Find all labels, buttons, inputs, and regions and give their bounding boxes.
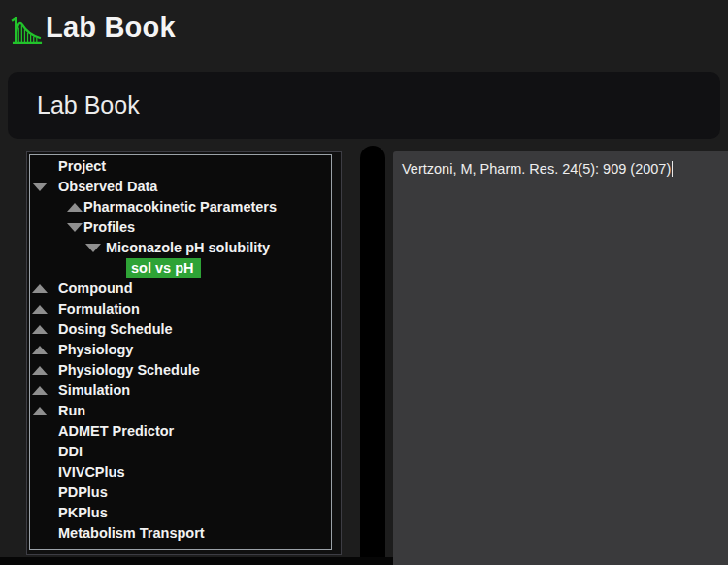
expanded-node-arrow-icon[interactable] <box>85 244 101 252</box>
tree-item-observed-data[interactable]: Observed Data <box>30 177 331 197</box>
lab-book-tree[interactable]: ProjectObserved DataPharmacokinetic Para… <box>29 154 332 550</box>
collapsed-node-arrow-icon[interactable] <box>32 284 48 293</box>
tree-item-ivivcplus[interactable]: IVIVCPlus <box>30 462 331 482</box>
tree-item-pdplus[interactable]: PDPlus <box>30 482 331 503</box>
tree-item-label: IVIVCPlus <box>58 464 125 480</box>
tree-item-label: Profiles <box>83 219 135 235</box>
tree-item-label: Simulation <box>58 382 130 398</box>
tree-item-label: Pharmacokinetic Parameters <box>83 199 277 215</box>
tree-item-project[interactable]: Project <box>30 156 331 177</box>
tree-item-label: Physiology <box>58 342 133 357</box>
tree-item-label: Miconazole pH solubility <box>106 240 270 255</box>
tree-item-physiology[interactable]: Physiology <box>30 340 331 360</box>
tree-item-label: Run <box>58 403 85 418</box>
collapsed-node-arrow-icon[interactable] <box>32 325 48 334</box>
tree-item-formulation[interactable]: Formulation <box>30 299 331 319</box>
text-caret <box>672 161 673 177</box>
lab-book-window: Lab Book Lab Book ProjectObserved DataPh… <box>0 0 728 565</box>
tree-item-run[interactable]: Run <box>30 401 331 421</box>
expanded-node-arrow-icon[interactable] <box>67 223 83 232</box>
notes-editor[interactable]: Vertzoni, M, Pharm. Res. 24(5): 909 (200… <box>393 151 728 565</box>
collapsed-node-arrow-icon[interactable] <box>67 203 83 212</box>
page-title: Lab Book <box>37 72 140 139</box>
notes-text: Vertzoni, M, Pharm. Res. 24(5): 909 (200… <box>402 161 671 177</box>
tree-item-metabolism-transport[interactable]: Metabolism Transport <box>30 523 331 544</box>
tree-item-label: Metabolism Transport <box>58 525 205 541</box>
tree-item-profiles[interactable]: Profiles <box>30 217 331 238</box>
tree-item-label: ADMET Predictor <box>58 423 174 439</box>
tree-item-label: Physiology Schedule <box>58 362 200 378</box>
tree-item-label: Formulation <box>58 301 140 316</box>
tree-item-dosing-schedule[interactable]: Dosing Schedule <box>30 319 331 340</box>
expanded-node-arrow-icon[interactable] <box>32 183 48 191</box>
pk-curve-chart-icon <box>11 15 43 47</box>
tree-item-physiology-schedule[interactable]: Physiology Schedule <box>30 360 331 381</box>
collapsed-node-arrow-icon[interactable] <box>32 305 48 314</box>
panel-splitter[interactable] <box>360 146 385 565</box>
tree-item-label: Dosing Schedule <box>58 321 173 337</box>
tree-item-label: DDI <box>58 444 83 459</box>
collapsed-node-arrow-icon[interactable] <box>32 386 48 395</box>
tree-item-label: Observed Data <box>58 179 157 194</box>
tree-item-ddi[interactable]: DDI <box>30 442 331 462</box>
tree-item-label: Compound <box>58 281 133 296</box>
collapsed-node-arrow-icon[interactable] <box>32 366 48 375</box>
tree-panel-frame: ProjectObserved DataPharmacokinetic Para… <box>26 151 342 555</box>
tree-item-simulation[interactable]: Simulation <box>30 381 331 401</box>
tree-item-pkplus[interactable]: PKPlus <box>30 503 331 523</box>
tree-item-label-selected: sol vs pH <box>126 258 201 278</box>
collapsed-node-arrow-icon[interactable] <box>32 346 48 354</box>
bottom-edge <box>0 557 393 565</box>
tree-item-label: Project <box>58 158 106 174</box>
tree-item-compound[interactable]: Compound <box>30 279 331 299</box>
collapsed-node-arrow-icon[interactable] <box>32 407 48 415</box>
page-header: Lab Book <box>8 72 720 139</box>
tree-item-sol-vs-ph[interactable]: sol vs pH <box>30 258 331 279</box>
tree-item-label: PDPlus <box>58 484 108 500</box>
app-title: Lab Book <box>46 12 176 44</box>
tree-item-label: PKPlus <box>58 505 108 520</box>
tree-item-admet-predictor[interactable]: ADMET Predictor <box>30 421 331 442</box>
tree-item-miconazole-ph-solubility[interactable]: Miconazole pH solubility <box>30 238 331 258</box>
tree-item-pharmacokinetic-parameters[interactable]: Pharmacokinetic Parameters <box>30 197 331 217</box>
app-titlebar: Lab Book <box>0 0 728 62</box>
